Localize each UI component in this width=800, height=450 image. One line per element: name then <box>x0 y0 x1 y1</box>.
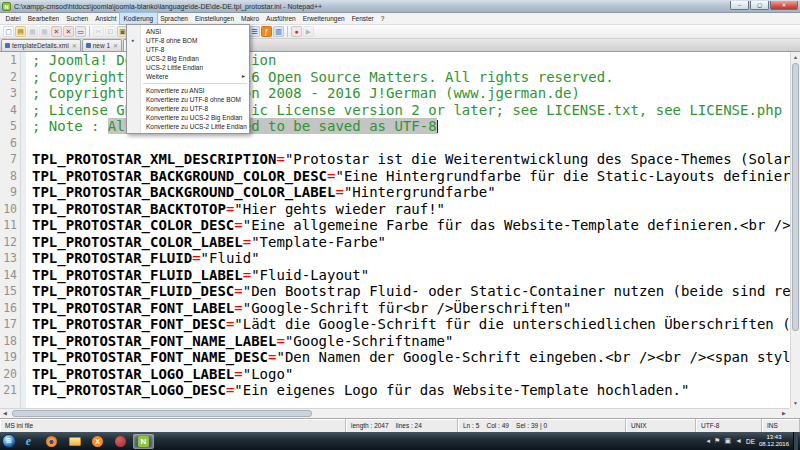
encoding-option-ansi[interactable]: ANSI <box>127 27 249 36</box>
ini-equals: = <box>243 234 251 250</box>
toolbar-separator <box>287 26 288 37</box>
menu-item-makro[interactable]: Makro <box>238 13 263 24</box>
menu-item-kodierung[interactable]: Kodierung <box>120 13 157 24</box>
ini-key: TPL_PROTOSTAR_FLUID_LABEL <box>32 267 243 283</box>
encoding-option-konvertiere-zu-ansi[interactable]: Konvertiere zu ANSI <box>127 86 249 95</box>
encoding-option-weitere[interactable]: Weitere▸ <box>127 72 249 81</box>
doc-map-icon[interactable]: ▥ <box>273 26 284 37</box>
text-caret <box>437 120 438 133</box>
menu-item-label: Konvertiere zu UCS-2 Big Endian <box>146 114 242 121</box>
encoding-option-utf-8-ohne-bom[interactable]: ●UTF-8 ohne BOM <box>127 36 249 45</box>
menu-bar: DateiBearbeitenSuchenAnsichtKodierungSpr… <box>0 13 800 25</box>
open-icon[interactable]: ▤ <box>15 26 26 37</box>
line-number: 5 <box>0 118 17 135</box>
menu-item-suchen[interactable]: Suchen <box>63 13 92 24</box>
indent-guide-icon[interactable]: ☰ <box>249 26 260 37</box>
menu-item-einstellungen[interactable]: Einstellungen <box>191 13 237 24</box>
encoding-option-konvertiere-zu-utf-8[interactable]: Konvertiere zu UTF-8 <box>127 104 249 113</box>
tab-templateDetails-xml[interactable]: templateDetails.xml✕ <box>1 39 81 51</box>
line-number: 9 <box>0 184 17 201</box>
line-number-margin: 123456789101112131415161718192021 <box>0 52 21 408</box>
menu-item-erweiterungen[interactable]: Erweiterungen <box>299 13 348 24</box>
editor[interactable]: 123456789101112131415161718192021 ; Joom… <box>0 52 800 408</box>
taskbar-xampp-icon[interactable]: X <box>87 434 108 449</box>
tab-close-icon[interactable]: ✕ <box>113 42 118 49</box>
tab-new-1[interactable]: new 1✕ <box>82 39 122 51</box>
taskbar-ie-icon[interactable]: e <box>18 434 39 449</box>
close-doc-icon[interactable]: ✕ <box>51 26 62 37</box>
comment-text: ; Copyright (C) 2005 - 2016 Open Source … <box>32 69 614 85</box>
network-icon[interactable]: ▣ <box>724 433 731 449</box>
cut-icon[interactable]: ✂ <box>93 26 104 37</box>
close-button[interactable]: ✕ <box>770 1 798 10</box>
maximize-button[interactable]: ▢ <box>750 1 769 10</box>
ini-key: TPL_PROTOSTAR_FONT_NAME_LABEL <box>32 333 276 349</box>
ini-equals: = <box>243 267 251 283</box>
ini-value: "Den Bootstrap Fluid- oder Static-Contai… <box>243 283 790 299</box>
hidden-icons-icon[interactable]: ◂ <box>707 433 711 449</box>
ini-key: TPL_PROTOSTAR_BACKGROUND_COLOR_DESC <box>32 168 327 184</box>
line-number: 13 <box>0 250 17 267</box>
editor-line: TPL_PROTOSTAR_BACKTOTOP="Hier gehts wied… <box>32 201 790 218</box>
menu-item-fenster[interactable]: Fenster <box>348 13 377 24</box>
menu-item-sprachen[interactable]: Sprachen <box>157 13 192 24</box>
editor-line: TPL_PROTOSTAR_BACKGROUND_COLOR_DESC="Ein… <box>32 168 790 185</box>
line-number: 20 <box>0 366 17 383</box>
save-icon[interactable]: ▦ <box>27 26 38 37</box>
line-number: 21 <box>0 382 17 399</box>
vertical-scroll-thumb[interactable] <box>792 63 799 331</box>
editor-line: TPL_PROTOSTAR_XML_DESCRIPTION="Protostar… <box>32 151 790 168</box>
action-center-icon[interactable]: ⚑ <box>714 433 720 449</box>
scroll-up-icon[interactable]: ▲ <box>791 52 800 62</box>
line-number: 17 <box>0 316 17 333</box>
function-list-icon[interactable]: ƒ <box>261 26 272 37</box>
menu-item-datei[interactable]: Datei <box>2 13 24 24</box>
menu-item-bearbeiten[interactable]: Bearbeiten <box>24 13 62 24</box>
encoding-option-konvertiere-zu-ucs-2-little-endian[interactable]: Konvertiere zu UCS-2 Little Endian <box>127 122 249 131</box>
editor-line: TPL_PROTOSTAR_FLUID="Fluid" <box>32 250 790 267</box>
new-file-icon[interactable]: ▢ <box>3 26 14 37</box>
scroll-down-icon[interactable]: ▼ <box>791 398 800 408</box>
taskbar-explorer-icon[interactable] <box>64 434 85 449</box>
menu-item-ausfhren[interactable]: Ausführen <box>263 13 300 24</box>
app-glyph: e <box>26 434 31 449</box>
close-all-icon[interactable]: ✕ <box>63 26 74 37</box>
editor-line: TPL_PROTOSTAR_FONT_LABEL="Google-Schrift… <box>32 300 790 317</box>
copy-icon[interactable]: ⊡ <box>105 26 116 37</box>
show-desktop-button[interactable] <box>793 432 798 450</box>
scroll-left-icon[interactable]: ◀ <box>0 409 10 418</box>
encoding-option-ucs-2-little-endian[interactable]: UCS-2 Little Endian <box>127 63 249 72</box>
encoding-option-konvertiere-zu-ucs-2-big-endian[interactable]: Konvertiere zu UCS-2 Big Endian <box>127 113 249 122</box>
folder-glyph <box>69 437 81 446</box>
encoding-option-utf-8[interactable]: UTF-8 <box>127 45 249 54</box>
start-button[interactable]: ⊞ <box>2 434 16 448</box>
taskbar-clock[interactable]: 13:43 08.12.2016 <box>759 434 789 448</box>
language-indicator[interactable]: DE <box>746 438 755 445</box>
ini-equals: = <box>234 217 242 233</box>
ini-value: "Logo" <box>243 366 294 382</box>
menu-item-label: Konvertiere zu ANSI <box>146 87 205 94</box>
minimize-button[interactable]: ‒ <box>730 1 749 10</box>
menu-item-ansicht[interactable]: Ansicht <box>92 13 120 24</box>
volume-icon[interactable]: ◄ <box>735 433 742 449</box>
menu-item-[interactable]: ? <box>377 13 388 24</box>
taskbar-notepad-plus-plus-icon[interactable]: N <box>133 434 154 449</box>
print-icon[interactable]: ▭ <box>75 26 86 37</box>
tab-bar: templateDetails.xml✕new 1✕ <box>0 39 800 52</box>
record-macro-icon[interactable]: ● <box>291 26 302 37</box>
encoding-option-ucs-2-big-endian[interactable]: UCS-2 Big Endian <box>127 54 249 63</box>
comment-text: ; Copyright (C) translation 2008 - 2016 … <box>32 85 580 101</box>
horizontal-scroll-thumb[interactable] <box>12 410 312 417</box>
taskbar-firefox-icon[interactable] <box>41 434 62 449</box>
tab-close-icon[interactable]: ✕ <box>72 42 77 49</box>
taskbar-image-viewer-icon[interactable] <box>110 434 131 449</box>
vertical-scrollbar[interactable]: ▲ ▼ <box>790 52 800 408</box>
encoding-option-konvertiere-zu-utf-8-ohne-bom[interactable]: Konvertiere zu UTF-8 ohne BOM <box>127 95 249 104</box>
ini-value: "Fluid-Layout" <box>251 267 369 283</box>
horizontal-scrollbar[interactable]: ◀ ▶ <box>0 408 789 418</box>
menu-item-label: Konvertiere zu UTF-8 <box>146 105 208 112</box>
ini-key: TPL_PROTOSTAR_BACKGROUND_COLOR_LABEL <box>32 184 335 200</box>
save-all-icon[interactable]: ▦ <box>39 26 50 37</box>
play-macro-icon[interactable]: ▶ <box>303 26 314 37</box>
scroll-right-icon[interactable]: ▶ <box>779 409 789 418</box>
